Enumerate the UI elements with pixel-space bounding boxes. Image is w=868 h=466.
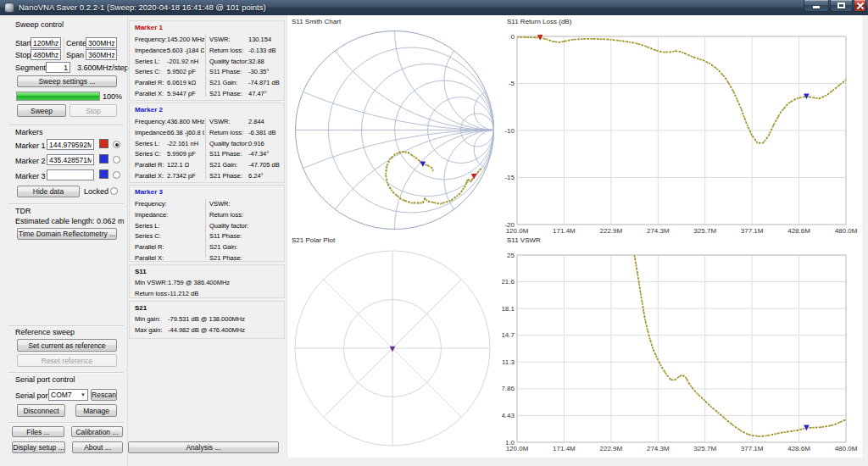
locked-radio[interactable]	[110, 187, 118, 195]
marker3-color-swatch[interactable]	[99, 169, 108, 179]
field-value: 130.154	[248, 36, 271, 43]
calibration-button[interactable]: Calibration ...	[71, 426, 123, 437]
stop-label: Stop	[15, 51, 31, 59]
serial-port-select[interactable]: COM7 ▼	[48, 389, 88, 401]
hide-data-button[interactable]: Hide data	[17, 186, 80, 197]
marker-3-details: Marker 3Frequency:Impedance:Series L:Ser…	[129, 185, 285, 262]
smith-chart-title: S11 Smith Chart	[292, 18, 341, 25]
svg-text:14.7: 14.7	[502, 331, 515, 339]
field-label: Impedance:	[135, 129, 168, 136]
marker2-frequency-input[interactable]	[47, 154, 94, 165]
field-value: 5.9909 pF	[167, 150, 196, 158]
field-value: -22.161 nH	[167, 140, 198, 147]
rescan-button[interactable]: Rescan	[91, 389, 117, 401]
span-label: Span	[66, 51, 84, 59]
field-label: S11 Phase:	[209, 68, 242, 75]
span-input[interactable]	[86, 49, 117, 60]
marker1-label: Marker 1	[15, 141, 46, 150]
field-label: S21 Gain:	[209, 243, 237, 251]
svg-text:377.1M: 377.1M	[741, 445, 764, 452]
column-divider	[205, 35, 206, 97]
segments-input[interactable]	[46, 62, 70, 73]
disconnect-button[interactable]: Disconnect	[17, 404, 65, 417]
set-reference-button[interactable]: Set current as reference	[17, 339, 117, 352]
field-value: 66.38 -j60.8 Ω	[167, 129, 204, 136]
s11-return-loss-chart[interactable]: S11 Return Loss (dB) 120.0M171.4M222.9M2…	[502, 15, 861, 236]
stats-header: S11	[135, 268, 147, 275]
sweep-progress-bar	[16, 92, 100, 101]
files-button[interactable]: Files ...	[12, 426, 64, 437]
marker3-frequency-input[interactable]	[47, 169, 94, 180]
field-value: -201.92 nH	[167, 58, 198, 65]
center-input[interactable]	[86, 37, 117, 48]
reset-reference-button[interactable]: Reset reference	[17, 354, 117, 367]
marker1-select-radio[interactable]	[113, 141, 120, 148]
analysis-button[interactable]: Analysis ...	[128, 441, 279, 453]
close-button[interactable]	[854, 0, 866, 12]
marker3-label: Marker 3	[15, 172, 46, 180]
field-label: Quality factor:	[209, 58, 248, 65]
field-value: 5.603 -j184 Ω	[167, 47, 204, 54]
stats-header: S21	[135, 304, 147, 312]
sweep-button[interactable]: Sweep	[17, 104, 66, 117]
field-value: 436.800 MHz	[167, 118, 204, 125]
marker-details-header: Marker 1	[135, 24, 163, 31]
field-label: Frequency:	[135, 36, 167, 43]
svg-text:222.9M: 222.9M	[600, 445, 623, 452]
svg-text:428.6M: 428.6M	[787, 445, 810, 452]
stop-input[interactable]	[31, 49, 61, 60]
field-label: Parallel R:	[135, 243, 164, 251]
marker1-frequency-input[interactable]	[47, 139, 94, 150]
field-value: -47.705 dB	[248, 161, 280, 169]
marker-1-details: Marker 1Frequency:145.200 MHzImpedance:5…	[129, 20, 285, 101]
about-button[interactable]: About ...	[72, 441, 123, 453]
svg-text:0: 0	[511, 33, 515, 41]
field-label: Parallel R:	[135, 79, 164, 86]
field-label: VSWR:	[209, 36, 231, 43]
field-value: 5.9447 pF	[167, 90, 196, 97]
field-label: Quality factor:	[209, 140, 248, 147]
minimize-button[interactable]	[804, 0, 829, 12]
svg-text:7.86: 7.86	[502, 385, 515, 392]
field-label: Quality factor:	[209, 222, 248, 230]
maximize-button[interactable]	[830, 0, 853, 12]
serial-port-section-label: Serial port control	[15, 375, 75, 384]
stat-value: -79.531 dB @ 138.000MHz	[168, 315, 245, 323]
stat-label: Max gain:	[135, 326, 163, 334]
start-input[interactable]	[31, 37, 61, 48]
manage-button[interactable]: Manage	[75, 404, 117, 417]
marker-2-details: Marker 2Frequency:436.800 MHzImpedance:6…	[129, 103, 285, 183]
display-setup-button[interactable]: Display setup ...	[12, 441, 65, 453]
svg-text:-15: -15	[504, 174, 515, 181]
field-value: -47.34°	[248, 150, 269, 158]
stat-label: Min VSWR:	[135, 279, 168, 286]
field-label: Parallel R:	[135, 161, 164, 169]
svg-text:-5: -5	[509, 80, 515, 87]
chevron-down-icon: ▼	[81, 392, 86, 397]
svg-text:325.7M: 325.7M	[693, 445, 716, 452]
marker2-select-radio[interactable]	[113, 156, 120, 164]
s11-vswr-chart[interactable]: S11 VSWR 120.0M171.4M222.9M274.3M325.7M3…	[502, 234, 861, 454]
marker2-color-swatch[interactable]	[99, 154, 108, 164]
stat-label: Return loss:	[135, 290, 169, 297]
sweep-settings-button[interactable]: Sweep settings ...	[17, 75, 117, 87]
marker2-label: Marker 2	[15, 157, 46, 165]
tdr-button[interactable]: Time Domain Reflectometry ...	[17, 228, 117, 240]
field-value: 32.88	[248, 58, 264, 65]
s11-smith-chart[interactable]: S11 Smith Chart	[287, 15, 502, 234]
marker1-color-swatch[interactable]	[99, 139, 108, 148]
progress-percent-label: 100%	[103, 92, 122, 101]
marker3-select-radio[interactable]	[113, 171, 120, 179]
section-separator	[8, 422, 124, 424]
column-divider	[205, 117, 206, 179]
field-label: Parallel X:	[135, 172, 164, 180]
field-label: S21 Gain:	[209, 79, 237, 86]
field-value: 2.7342 pF	[167, 172, 196, 180]
field-value: 47.47°	[248, 90, 267, 97]
stop-button[interactable]: Stop	[70, 104, 117, 117]
app-window: NanoVNA Saver 0.2.2-1 (Sweep: 2020-04-18…	[0, 0, 868, 466]
s21-polar-plot[interactable]: S21 Polar Plot	[287, 234, 502, 451]
serial-port-value: COM7	[51, 391, 72, 399]
field-label: S21 Phase:	[209, 172, 242, 180]
field-value: 5.9502 pF	[167, 68, 196, 75]
